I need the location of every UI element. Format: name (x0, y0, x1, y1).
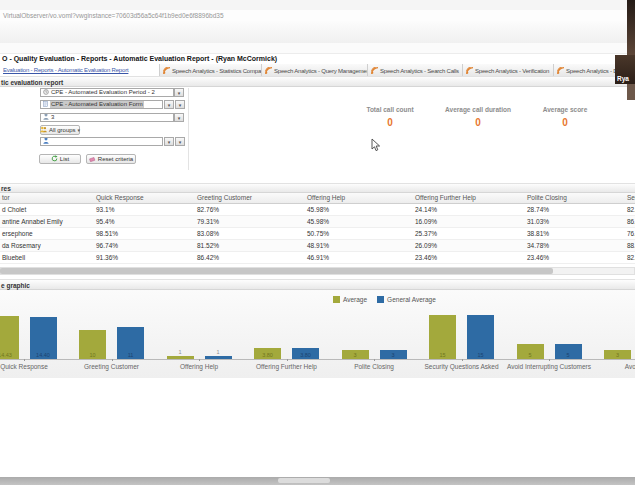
reset-criteria-label: Reset criteria (98, 156, 133, 162)
agent-icon (43, 137, 49, 146)
bar-value-label: 3.80 (292, 352, 319, 358)
app-window: VirtualObserver/vo.voml?vwginstance=7060… (0, 0, 635, 485)
tab-label: Speech Analytics - Search Calls (380, 68, 459, 74)
column-header-polite-closing[interactable]: Polite Closing (525, 193, 625, 203)
bar-general-average: 3.80 (292, 348, 319, 359)
chart-category-group: 14.4314.40Quick Response (0, 290, 68, 359)
reset-criteria-button[interactable]: Reset criteria (86, 154, 136, 164)
scores-section-header: res (0, 183, 635, 193)
bar-value-label: 3 (604, 352, 631, 358)
browser-url-text: VirtualObserver/vo.voml?vwginstance=7060… (3, 12, 224, 19)
bar-value-label: 5 (517, 352, 544, 358)
bottom-scrollbar-thumb[interactable] (278, 478, 330, 483)
criteria-form: CPE - Automated Evaluation Period - 2 ▾ … (0, 88, 635, 183)
tab-label: Speech Analytics - Query Management (274, 68, 368, 74)
chart-category-label: Quick Response (0, 363, 48, 370)
browser-chrome-top (0, 0, 635, 10)
stat-value: 0 (510, 117, 620, 128)
bar-value-label: 3.80 (254, 352, 281, 358)
axis-tick (24, 359, 25, 361)
bar-value-label: 11 (117, 352, 144, 358)
table-row[interactable]: ersephone98.51%83.08%50.75%25.37%38.81%7… (0, 227, 635, 239)
table-cell: 34.78% (525, 239, 625, 251)
refresh-icon (51, 155, 58, 163)
chart-category-group: 3.803.80Offering Further Help (243, 290, 331, 359)
bar-general-average: 11 (117, 327, 144, 359)
table-row[interactable]: antine Annabel Emily95.4%79.31%45.98%16.… (0, 215, 635, 227)
axis-tick (112, 359, 113, 361)
eraser-icon (89, 156, 96, 163)
speech-analytics-icon (371, 67, 378, 75)
table-cell: 26.09% (413, 239, 525, 251)
agent-count-dropdown-button[interactable]: ▾ (174, 113, 184, 122)
bar-general-average: 15 (467, 315, 494, 359)
scores-table-body: d Cholet93.1%82.76%45.98%24.14%28.74%82.… (0, 203, 635, 263)
table-cell: 81.52% (195, 239, 305, 251)
agent-count-field[interactable]: 3 (40, 113, 174, 122)
column-header-offering-further-help[interactable]: Offering Further Help (413, 193, 525, 203)
evaluation-form-select[interactable]: CPE - Automated Evaluation Form (40, 100, 163, 109)
table-cell: 93.1% (94, 203, 195, 215)
chart-category-label: Offering Help (180, 363, 218, 370)
column-header-security[interactable]: Sec (625, 193, 635, 203)
stat-average-score: Average score 0 (510, 106, 620, 128)
axis-tick (287, 359, 288, 361)
table-cell: 91.36% (94, 251, 195, 263)
period-icon (43, 89, 49, 97)
evaluation-form-value: CPE - Automated Evaluation Form (50, 101, 144, 108)
column-header-quick-response[interactable]: Quick Response (94, 193, 195, 203)
horizontal-scrollbar-thumb[interactable] (0, 268, 553, 274)
form-dropdown-button-1[interactable]: ▾ (164, 100, 174, 109)
period-dropdown-button[interactable]: ▾ (174, 88, 184, 97)
table-header-row: tor Quick Response Greeting Customer Off… (0, 193, 635, 203)
bar-general-average: 3 (380, 350, 407, 359)
bar-value-label: 15 (467, 352, 494, 358)
column-header-operator[interactable]: tor (0, 193, 94, 203)
chart-section-header: e graphic (0, 279, 635, 290)
agent-dropdown-button-1[interactable]: ▾ (164, 137, 174, 146)
table-cell: antine Annabel Emily (0, 215, 94, 227)
table-row[interactable]: da Rosemary96.74%81.52%48.91%26.09%34.78… (0, 239, 635, 251)
column-header-greeting-customer[interactable]: Greeting Customer (195, 193, 305, 203)
chart-category-group: 55Avoid Interrupting Customers (505, 290, 593, 359)
chart-category-group: 1011Greeting Customer (68, 290, 156, 359)
tab-label: Evaluation - Reports - Automatic Evaluat… (3, 67, 128, 73)
table-row[interactable]: d Cholet93.1%82.76%45.98%24.14%28.74%82.… (0, 203, 635, 215)
webcam-video-strip-lower (627, 84, 635, 100)
page-title: O - Quality Evaluation - Reports - Autom… (2, 55, 277, 62)
list-button[interactable]: List (39, 154, 81, 164)
chart-category-label: Avoid M (625, 363, 635, 370)
all-groups-button[interactable]: All groups ▾ (40, 125, 80, 135)
table-cell: 16.09% (413, 215, 525, 227)
form-icon (43, 101, 48, 109)
chart-category-label: Avoid Interrupting Customers (507, 363, 591, 370)
evaluation-period-value: CPE - Automated Evaluation Period - 2 (51, 89, 155, 96)
table-cell: d Cholet (0, 203, 94, 215)
form-dropdown-button-2[interactable]: ▾ (175, 100, 185, 109)
bar-average: 3.80 (254, 348, 281, 359)
agent-dropdown-button-2[interactable]: ▾ (175, 137, 185, 146)
agent-select[interactable] (40, 137, 163, 146)
panel-divider (188, 88, 189, 170)
table-cell: da Rosemary (0, 239, 94, 251)
speech-analytics-icon (265, 67, 272, 75)
table-cell: 24.14% (413, 203, 525, 215)
axis-tick (199, 359, 200, 361)
evaluation-period-select[interactable]: CPE - Automated Evaluation Period - 2 (40, 88, 174, 97)
chart-category-group: 11Offering Help (155, 290, 243, 359)
table-cell: 45.98% (305, 215, 413, 227)
bar-value-label: 3 (380, 352, 407, 358)
chart-category-label: Offering Further Help (256, 363, 317, 370)
chart-category-label: Security Questions Asked (424, 363, 498, 370)
bar-general-average: 14.40 (30, 317, 57, 359)
bar-average: 3 (604, 350, 631, 359)
table-cell: 46.91% (305, 251, 413, 263)
scores-table: tor Quick Response Greeting Customer Off… (0, 193, 635, 264)
bar-average: 1 (167, 356, 194, 359)
table-row[interactable]: Bluebell91.36%86.42%46.91%23.46%23.46%82… (0, 251, 635, 263)
table-cell: Bluebell (0, 251, 94, 263)
bar-value-label: 1 (205, 349, 232, 355)
axis-tick (549, 359, 550, 361)
agent-count-value: 3 (51, 114, 54, 121)
column-header-offering-help[interactable]: Offering Help (305, 193, 413, 203)
